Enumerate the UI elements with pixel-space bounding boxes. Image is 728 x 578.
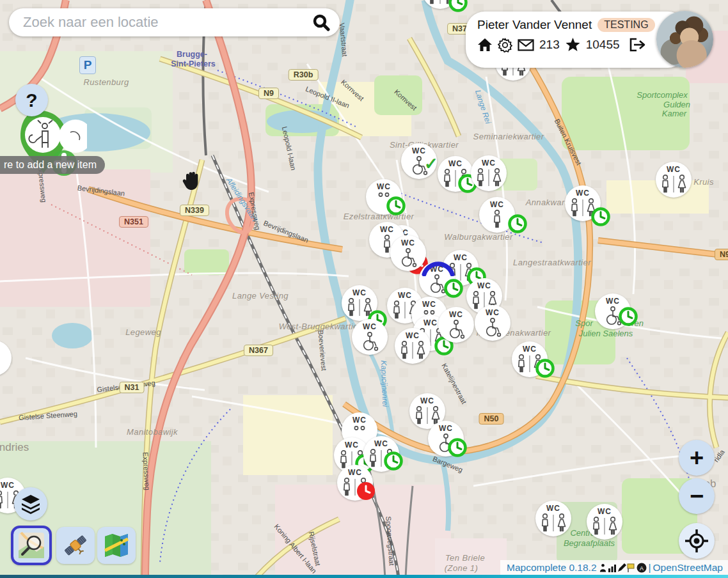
- toilet-marker[interactable]: WC: [587, 504, 622, 540]
- attribution-bar: Mapcomplete 0.18.2 A | OpenStreetMap: [500, 560, 728, 575]
- wc-label: WC: [546, 504, 560, 513]
- testing-badge: TESTING: [597, 18, 654, 32]
- crosshair-icon: [684, 529, 709, 553]
- pencil-icon[interactable]: [617, 563, 626, 572]
- home-button[interactable]: [477, 38, 493, 52]
- map-style-satellite-button[interactable]: [56, 527, 95, 564]
- wc-label: WC: [348, 469, 362, 477]
- toilet-marker[interactable]: WC: [535, 501, 571, 536]
- settings-button[interactable]: [498, 38, 512, 52]
- mapcomplete-version-link[interactable]: Mapcomplete 0.18.2: [507, 562, 596, 574]
- map-style-osm-button[interactable]: [11, 526, 52, 565]
- search-input[interactable]: [22, 13, 309, 31]
- toilet-marker[interactable]: WC: [428, 421, 464, 457]
- toilet-marker[interactable]: WC: [595, 293, 631, 329]
- toilet-marker[interactable]: WC: [438, 156, 473, 192]
- road-ref-badge: N50: [479, 413, 504, 425]
- star-count: 10455: [586, 38, 620, 52]
- wc-label: WC: [597, 508, 612, 516]
- wc-label: WC: [606, 297, 620, 306]
- wc-label: WC: [477, 282, 491, 290]
- wc-label: WC: [377, 183, 391, 191]
- statistics-person-icon[interactable]: [599, 563, 607, 572]
- wc-label: WC: [523, 345, 537, 354]
- wc-label: WC: [667, 166, 681, 174]
- wc-label: WC: [490, 201, 504, 209]
- wc-label: WC: [374, 440, 388, 448]
- messages-button[interactable]: [518, 39, 534, 51]
- bar-chart-icon[interactable]: [608, 563, 617, 572]
- satellite-icon: [61, 531, 90, 559]
- envelope-icon: [518, 39, 534, 51]
- toilet-marker[interactable]: WC: [475, 305, 510, 341]
- wc-label: WC: [576, 189, 590, 198]
- layers-icon: [20, 494, 42, 514]
- road-ref-badge: R30b: [289, 69, 319, 81]
- circle-a-icon[interactable]: A: [637, 563, 647, 573]
- blue-arc-marker[interactable]: [420, 257, 456, 279]
- wc-label: WC: [486, 309, 500, 317]
- osm-carto-icon: [17, 531, 45, 559]
- road-ref-badge: N9: [715, 249, 728, 260]
- wc-label: WC: [482, 159, 496, 168]
- flag-icon[interactable]: [627, 563, 636, 572]
- toilet-marker[interactable]: WC: [479, 197, 515, 233]
- toilet-marker[interactable]: WC: [471, 155, 507, 191]
- wc-label: WC: [380, 226, 394, 234]
- wc-label: WC: [363, 323, 377, 331]
- add-new-item-pin[interactable]: [12, 105, 87, 180]
- user-avatar[interactable]: [656, 11, 713, 68]
- wc-label: WC: [422, 301, 436, 309]
- zoom-out-button[interactable]: −: [679, 478, 715, 514]
- toilet-marker[interactable]: WC: [512, 341, 548, 377]
- wc-label: WC: [420, 397, 434, 405]
- toilet-marker[interactable]: WC✓: [401, 143, 437, 179]
- toilet-marker[interactable]: WC: [438, 307, 474, 343]
- wc-label: WC: [406, 332, 420, 340]
- toilet-marker[interactable]: WC: [565, 185, 601, 221]
- layers-button[interactable]: [14, 487, 47, 520]
- toilet-marker[interactable]: WC: [656, 162, 692, 198]
- toilet-tool-circle: [25, 117, 61, 153]
- wc-label: WC: [352, 416, 367, 425]
- wc-label: WC: [448, 160, 463, 168]
- mapcomplete-app: P Brugge-Sint-PietersRustenburgSint-Gill…: [0, 0, 728, 578]
- star-icon: [565, 37, 581, 52]
- road-ref-badge: N339: [180, 205, 209, 216]
- wc-label: WC: [1, 481, 15, 490]
- toilet-marker[interactable]: WC: [366, 179, 402, 215]
- parking-icon: P: [79, 56, 96, 74]
- wc-label: WC: [345, 441, 359, 449]
- search-button[interactable]: [309, 13, 340, 32]
- toilet-marker[interactable]: WC: [363, 436, 399, 472]
- svg-text:A: A: [640, 565, 644, 571]
- help-button[interactable]: ?: [15, 84, 48, 116]
- wc-label: WC: [352, 289, 367, 297]
- openstreetmap-link[interactable]: OpenStreetMap: [653, 562, 723, 574]
- road-ref-badge: N9: [258, 88, 279, 99]
- road-ref-badge: N31: [120, 382, 145, 393]
- road-ref-badge: N351: [119, 216, 148, 228]
- map-style-background-button[interactable]: [97, 527, 136, 564]
- gear-icon: [498, 38, 512, 52]
- road-ref-badge: N367: [244, 345, 273, 356]
- wc-label: WC: [401, 239, 415, 247]
- zoom-in-button[interactable]: +: [679, 440, 715, 476]
- logout-icon: [629, 38, 645, 52]
- toilet-marker[interactable]: WC: [337, 465, 373, 501]
- wc-label: WC: [423, 319, 438, 327]
- changes-button[interactable]: [565, 37, 581, 52]
- message-count: 213: [539, 38, 560, 52]
- wc-label: WC: [412, 147, 426, 155]
- folded-map-icon: [102, 531, 131, 559]
- user-panel: Pieter Vander Vennet TESTING 213: [466, 12, 687, 68]
- bottom-accent-bar: [0, 575, 728, 578]
- geolocate-button[interactable]: [679, 523, 715, 559]
- toilet-marker[interactable]: WC: [342, 285, 377, 321]
- toilet-marker[interactable]: WC: [352, 319, 388, 355]
- wc-label: WC: [0, 344, 1, 352]
- wc-label: WC: [439, 425, 453, 433]
- toilet-marker[interactable]: WC: [395, 328, 431, 364]
- search-bar: [9, 8, 340, 36]
- logout-button[interactable]: [629, 38, 645, 52]
